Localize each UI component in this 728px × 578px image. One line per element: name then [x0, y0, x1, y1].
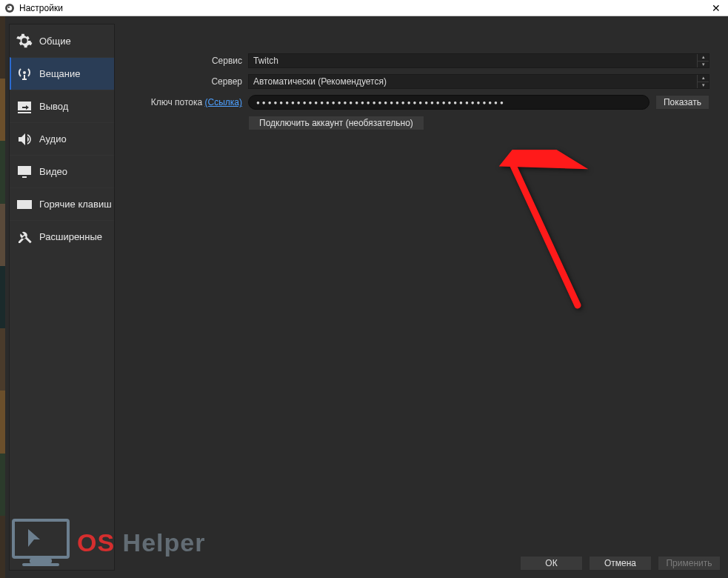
- streamkey-link[interactable]: (Ссылка): [205, 97, 242, 107]
- service-select[interactable]: Twitch ▴▾: [248, 53, 709, 68]
- sidebar-item-label: Аудио: [39, 133, 67, 144]
- svg-point-1: [7, 5, 12, 10]
- cancel-button[interactable]: Отмена: [589, 556, 652, 571]
- decorative-edge: [0, 16, 5, 578]
- spinner-icon: ▴▾: [697, 75, 709, 88]
- sidebar-item-stream[interactable]: Вещание: [10, 57, 114, 90]
- connect-account-button[interactable]: Подключить аккаунт (необязательно): [248, 116, 424, 130]
- ok-button[interactable]: ОК: [520, 556, 583, 571]
- sidebar-item-label: Вывод: [39, 101, 68, 112]
- server-value: Автоматически (Рекомендуется): [253, 76, 387, 87]
- watermark-monitor-icon: [12, 519, 70, 566]
- sidebar-item-hotkeys[interactable]: Горячие клавиш: [10, 187, 114, 220]
- server-label: Сервер: [126, 76, 248, 87]
- svg-line-3: [511, 161, 578, 305]
- streamkey-input[interactable]: ●●●●●●●●●●●●●●●●●●●●●●●●●●●●●●●●●●●●●●●●…: [248, 95, 649, 110]
- audio-icon: [16, 130, 33, 148]
- watermark-text: OS Helper: [77, 528, 205, 557]
- app-icon: [4, 3, 15, 13]
- window-title: Настройки: [19, 3, 63, 13]
- sidebar-item-label: Видео: [39, 166, 67, 177]
- keyboard-icon: [16, 196, 33, 213]
- sidebar-item-label: Расширенные: [39, 231, 102, 242]
- watermark: OS Helper: [12, 519, 205, 566]
- svg-point-2: [8, 6, 10, 7]
- gear-icon: [16, 32, 33, 50]
- sidebar-item-general[interactable]: Общие: [10, 24, 114, 57]
- spinner-icon: ▴▾: [697, 54, 709, 67]
- server-select[interactable]: Автоматически (Рекомендуется) ▴▾: [248, 74, 709, 89]
- sidebar-item-label: Общие: [39, 36, 71, 47]
- sidebar: Общие Вещание Вывод Аудио: [9, 24, 115, 571]
- content-pane: Сервис Twitch ▴▾ Сервер Автоматически (Р…: [115, 24, 721, 571]
- dialog-buttons: ОК Отмена Применить: [520, 556, 721, 571]
- close-button[interactable]: ✕: [709, 2, 724, 14]
- service-value: Twitch: [253, 56, 278, 66]
- sidebar-item-output[interactable]: Вывод: [10, 90, 114, 122]
- sidebar-item-label: Вещание: [39, 68, 81, 79]
- sidebar-item-audio[interactable]: Аудио: [10, 122, 114, 155]
- monitor-icon: [16, 163, 33, 181]
- broadcast-icon: [16, 65, 33, 83]
- titlebar: Настройки ✕: [0, 0, 728, 16]
- arrow-annotation: [489, 150, 592, 322]
- apply-button[interactable]: Применить: [658, 556, 721, 571]
- sidebar-item-advanced[interactable]: Расширенные: [10, 220, 114, 253]
- output-icon: [16, 98, 33, 116]
- sidebar-item-video[interactable]: Видео: [10, 155, 114, 187]
- streamkey-label: Ключ потока (Ссылка): [126, 97, 248, 107]
- sidebar-item-label: Горячие клавиш: [39, 199, 112, 210]
- show-key-button[interactable]: Показать: [655, 95, 709, 110]
- service-label: Сервис: [126, 56, 248, 66]
- tools-icon: [16, 228, 33, 246]
